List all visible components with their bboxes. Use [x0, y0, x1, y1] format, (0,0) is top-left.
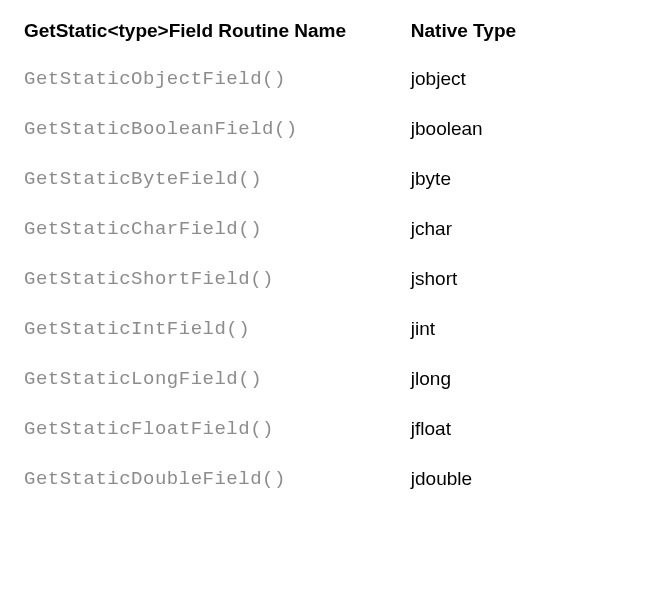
table-row: GetStaticObjectField() jobject [24, 54, 638, 104]
native-type: jint [411, 304, 638, 354]
routine-table: GetStatic<type>Field Routine Name Native… [24, 20, 638, 504]
table-row: GetStaticLongField() jlong [24, 354, 638, 404]
table-row: GetStaticCharField() jchar [24, 204, 638, 254]
table-header-row: GetStatic<type>Field Routine Name Native… [24, 20, 638, 54]
table-row: GetStaticDoubleField() jdouble [24, 454, 638, 504]
native-type: jobject [411, 54, 638, 104]
table-row: GetStaticIntField() jint [24, 304, 638, 354]
routine-name: GetStaticCharField() [24, 204, 411, 254]
table-row: GetStaticFloatField() jfloat [24, 404, 638, 454]
table-row: GetStaticShortField() jshort [24, 254, 638, 304]
native-type: jdouble [411, 454, 638, 504]
routine-name: GetStaticLongField() [24, 354, 411, 404]
native-type: jchar [411, 204, 638, 254]
routine-name: GetStaticShortField() [24, 254, 411, 304]
native-type: jbyte [411, 154, 638, 204]
native-type: jshort [411, 254, 638, 304]
routine-name: GetStaticBooleanField() [24, 104, 411, 154]
header-native-type: Native Type [411, 20, 638, 54]
routine-name: GetStaticIntField() [24, 304, 411, 354]
routine-name: GetStaticFloatField() [24, 404, 411, 454]
table-row: GetStaticByteField() jbyte [24, 154, 638, 204]
native-type: jlong [411, 354, 638, 404]
routine-name: GetStaticByteField() [24, 154, 411, 204]
native-type: jfloat [411, 404, 638, 454]
routine-name: GetStaticDoubleField() [24, 454, 411, 504]
native-type: jboolean [411, 104, 638, 154]
header-routine: GetStatic<type>Field Routine Name [24, 20, 411, 54]
table-row: GetStaticBooleanField() jboolean [24, 104, 638, 154]
routine-name: GetStaticObjectField() [24, 54, 411, 104]
